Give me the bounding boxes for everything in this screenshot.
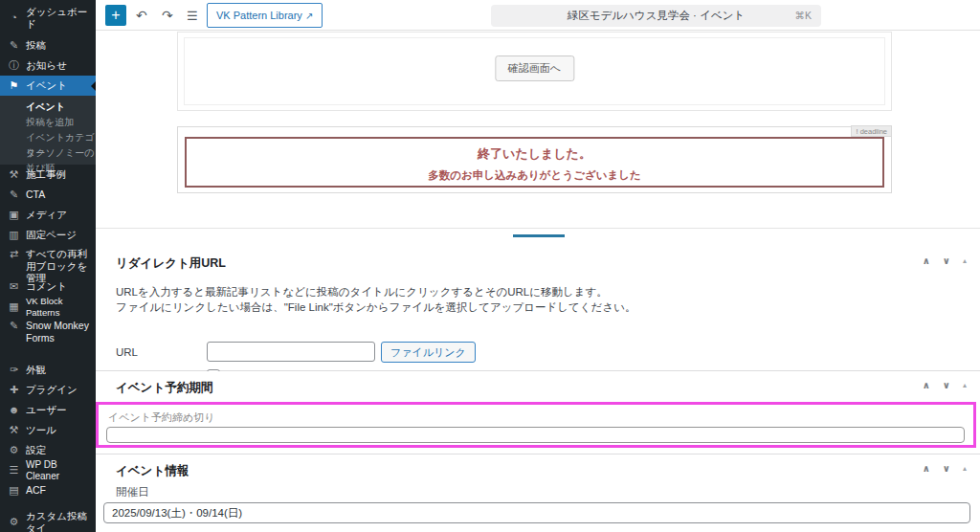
- sidebar-item-plugins[interactable]: ✚ プラグイン: [0, 380, 96, 400]
- sidebar-item-pages[interactable]: ▥ 固定ページ: [0, 225, 96, 245]
- move-up-icon[interactable]: ∧: [923, 463, 930, 474]
- redirect-description-line1: URLを入力すると最新記事リストなどに投稿のタイトルにクリックするとそのURLに…: [96, 284, 980, 299]
- sidebar-item-label: ユーザー: [26, 404, 67, 416]
- sidebar-item-label: イベント: [26, 79, 67, 92]
- sidebar-item-wp-db-cleaner[interactable]: ☰ WP DB Cleaner: [0, 460, 96, 480]
- url-field-label: URL: [116, 346, 138, 358]
- sidebar-item-label: 設定: [26, 444, 46, 456]
- collapse-icon[interactable]: ▴: [963, 464, 967, 473]
- sidebar-item-dashboard[interactable]: ◔ ダッシュボード: [0, 8, 96, 28]
- content-divider: [96, 228, 980, 229]
- deadline-message-line2: 多数のお申し込みありがとうございました: [187, 168, 882, 183]
- confirm-screen-button[interactable]: 確認画面へ: [495, 55, 574, 81]
- sidebar-item-users[interactable]: ☻ ユーザー: [0, 400, 96, 420]
- info-icon: ⓘ: [8, 59, 20, 72]
- comment-icon: ✉: [8, 280, 20, 293]
- pin-icon: ✎: [8, 39, 20, 52]
- gear-icon: ⚙: [8, 444, 20, 456]
- submenu-item-events[interactable]: イベント: [0, 100, 96, 115]
- gear-icon: ⚙: [8, 516, 20, 528]
- block-inserter-button[interactable]: +: [105, 5, 126, 26]
- sidebar-item-events[interactable]: ⚑ イベント: [0, 76, 96, 96]
- brush-icon: ✑: [8, 364, 20, 376]
- vk-pattern-library-label: VK Pattern Library: [216, 10, 302, 21]
- event-date-input[interactable]: [103, 502, 970, 523]
- move-down-icon[interactable]: ∨: [943, 380, 950, 390]
- sidebar-item-settings[interactable]: ⚙ 設定: [0, 440, 96, 460]
- undo-icon[interactable]: ↶: [136, 7, 147, 24]
- external-link-icon: ↗: [305, 11, 313, 21]
- database-icon: ☰: [8, 464, 20, 477]
- sidebar-item-label: プラグイン: [26, 384, 78, 396]
- sidebar-item-label: 外観: [26, 364, 46, 376]
- flag-icon: ⚑: [8, 79, 20, 92]
- metabox-controls: ∧ ∨ ▴: [923, 463, 967, 474]
- sidebar-item-media[interactable]: ▣ メディア: [0, 205, 96, 225]
- file-link-button[interactable]: ファイルリンク: [381, 342, 476, 363]
- move-down-icon[interactable]: ∨: [943, 255, 950, 266]
- collapse-icon[interactable]: ▴: [963, 381, 967, 389]
- metabox-controls: ∧ ∨ ▴: [923, 380, 967, 390]
- submenu-item-event-category[interactable]: イベントカテゴリー: [0, 130, 96, 145]
- editor-topbar: + ↶ ↷ ☰ VK Pattern Library↗ 緑区モデルハウス見学会 …: [96, 0, 980, 31]
- sidebar-item-label: コメント: [26, 280, 67, 293]
- sidebar-separator: [0, 348, 96, 360]
- sidebar-item-label: メディア: [26, 209, 67, 221]
- sidebar-item-posts[interactable]: ✎ 投稿: [0, 35, 96, 55]
- sidebar-item-label: ACF: [26, 484, 46, 497]
- hammer-icon: ⚒: [8, 168, 20, 181]
- submenu-item-taxonomy-order[interactable]: タクソノミーの並び順: [0, 145, 96, 161]
- collapse-icon[interactable]: ▴: [963, 256, 967, 265]
- editor-canvas: 確認画面へ ! deadline 終了いたしました。 多数のお申し込みありがとう…: [96, 31, 980, 532]
- sidebar-item-announcements[interactable]: ⓘ お知らせ: [0, 55, 96, 76]
- sidebar-item-label: ツール: [26, 424, 56, 436]
- metabox-title: リダイレクト用URL: [96, 247, 980, 272]
- document-title-bar[interactable]: 緑区モデルハウス見学会 · イベント ⌘K: [491, 5, 821, 27]
- sidebar-item-vk-block-patterns[interactable]: ▦ VK Block Patterns: [0, 297, 96, 317]
- admin-sidebar: ◔ ダッシュボード ✎ 投稿 ⓘ お知らせ ⚑ イベント イベント 投稿を追加 …: [0, 0, 96, 532]
- user-icon: ☻: [8, 404, 20, 416]
- metabox-controls: ∧ ∨ ▴: [923, 255, 967, 266]
- sidebar-item-reusable-blocks[interactable]: ⇄ すべての再利用ブロックを管理: [0, 245, 96, 277]
- sidebar-item-snow-monkey-forms[interactable]: ✎ Snow Monkey Forms: [0, 317, 96, 348]
- document-title: 緑区モデルハウス見学会 · イベント: [568, 9, 745, 23]
- vk-pattern-library-button[interactable]: VK Pattern Library↗: [207, 3, 323, 28]
- submenu-item-add-post[interactable]: 投稿を追加: [0, 115, 96, 130]
- events-submenu: イベント 投稿を追加 イベントカテゴリー タクソノミーの並び順: [0, 96, 96, 165]
- redirect-description-line2: ファイルにリンクしたい場合は、"File Link"ボタンからファイルを選択して…: [96, 299, 980, 315]
- sidebar-item-label: 施工事例: [26, 168, 66, 181]
- loop-icon: ⇄: [8, 248, 20, 260]
- reservation-deadline-input[interactable]: [106, 427, 965, 443]
- sidebar-item-tools[interactable]: ⚒ ツール: [0, 420, 96, 440]
- sidebar-item-acf[interactable]: ▤ ACF: [0, 480, 96, 500]
- pages-icon: ▥: [8, 229, 20, 241]
- command-palette-shortcut: ⌘K: [794, 10, 812, 21]
- sidebar-item-label: カスタム投稿タイ: [26, 510, 92, 532]
- sidebar-item-label: VK Block Patterns: [26, 296, 92, 318]
- sidebar-item-custom-post-types[interactable]: ⚙ カスタム投稿タイ: [0, 512, 96, 532]
- dashboard-icon: ◔: [8, 11, 20, 24]
- sidebar-item-label: 固定ページ: [26, 229, 77, 241]
- deadline-message-box: 終了いたしました。 多数のお申し込みありがとうございました: [185, 137, 884, 188]
- separator-block[interactable]: [513, 234, 565, 237]
- acf-icon: ▤: [8, 484, 20, 497]
- pin-icon: ✎: [8, 188, 20, 201]
- deadline-block[interactable]: ! deadline 終了いたしました。 多数のお申し込みありがとうございました: [177, 126, 892, 193]
- sidebar-item-cta[interactable]: ✎ CTA: [0, 185, 96, 205]
- form-block: 確認画面へ: [177, 32, 892, 111]
- redo-icon[interactable]: ↷: [162, 7, 173, 24]
- move-up-icon[interactable]: ∧: [923, 255, 930, 266]
- list-view-icon[interactable]: ☰: [187, 8, 198, 25]
- media-icon: ▣: [8, 209, 20, 221]
- url-input[interactable]: [207, 342, 375, 362]
- sidebar-item-label: WP DB Cleaner: [26, 459, 92, 482]
- metabox-title: イベント予約期間: [96, 371, 980, 396]
- move-down-icon[interactable]: ∨: [943, 463, 950, 474]
- sidebar-item-label: すべての再利用ブロックを管理: [26, 248, 92, 284]
- metabox-event-info: イベント情報 ∧ ∨ ▴ 開催日: [96, 454, 980, 532]
- highlight-annotation-box: イベント予約締め切り: [96, 402, 976, 448]
- move-up-icon[interactable]: ∧: [923, 380, 930, 390]
- pin-icon: ✎: [8, 320, 20, 332]
- sidebar-item-label: ダッシュボード: [26, 6, 92, 30]
- sidebar-item-appearance[interactable]: ✑ 外観: [0, 360, 96, 380]
